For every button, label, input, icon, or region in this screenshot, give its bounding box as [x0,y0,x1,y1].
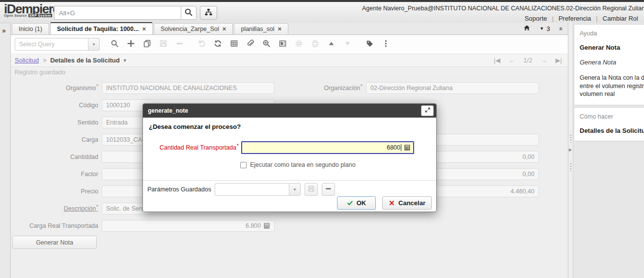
help-panel-description: Genera la Nota con la diferencia entre e… [580,74,644,98]
calculator-icon[interactable] [404,144,411,151]
generate-note-dialog: generate_note ¿Desea comenzar el proceso… [142,103,437,212]
tab-solicitud-de-taquilla[interactable]: Solicitud de Taquilla: 1000... × [50,22,153,34]
change-role-link[interactable]: Cambiar Rol [598,15,643,22]
collapse-tabs-icon[interactable]: « [558,27,565,30]
copy-record-button[interactable] [140,37,154,51]
chevron-down-icon[interactable]: ▼ [123,58,127,63]
select-query-input[interactable]: Select Query [15,38,88,51]
find-record-button[interactable] [108,37,122,51]
saved-parameters-combo: ▼ [215,183,301,196]
delete-parameters-button[interactable] [322,183,335,196]
saved-parameters-dropdown-button[interactable]: ▼ [289,183,301,196]
tab-solvencia-zarpe-sol[interactable]: Solvencia_Zarpe_Sol × [154,23,233,34]
global-search-placeholder: Alt+G [59,9,75,17]
help-panel-title: Generar Nota [580,44,644,51]
logo-tagline-right: ERP System [28,14,52,17]
generar-nota-label: Generar Nota [36,239,73,246]
saved-parameters-input[interactable] [215,183,289,196]
detail-record-button[interactable] [340,37,355,51]
sentido-label: Sentido [15,117,98,128]
new-record-button[interactable] [124,37,138,51]
menu-tree-button[interactable] [200,6,217,20]
parent-record-button[interactable] [324,37,338,51]
process-button[interactable] [292,37,306,51]
chevron-down-icon: ▼ [92,42,96,47]
tab-label: Inicio (1) [19,26,42,32]
saved-parameters-row: Parámetros Guardados ▼ [147,183,335,196]
select-query-dropdown-button[interactable]: ▼ [88,38,100,51]
plus-icon [127,39,135,49]
chevron-down-icon: ▼ [540,26,544,31]
expand-menu-icon[interactable]: » [2,27,10,34]
background-task-checkbox[interactable] [240,162,247,168]
descripcion-label[interactable]: Descripción [15,203,98,215]
organismo-label: Organismo [15,82,98,94]
ok-label: OK [357,199,366,207]
breadcrumb-current[interactable]: Detalles de la Solicitud [50,57,120,64]
tab-inicio[interactable]: Inicio (1) [12,23,49,34]
generar-nota-button[interactable]: Generar Nota [12,236,97,249]
search-button[interactable] [181,6,196,20]
sitemap-icon [204,8,213,18]
previous-record-icon[interactable]: ← [509,57,515,64]
panel-splitter[interactable]: ▶ [568,23,573,278]
last-record-icon[interactable]: ▶| [556,57,562,64]
codigo-label: Código [15,99,98,111]
carga-real-field[interactable]: 6.800 [102,220,275,232]
help-sidebar: Ayuda Generar Nota Genera Nota Genera la… [573,23,644,278]
tab-label: Solicitud de Taquilla: 1000... [57,26,139,32]
report-button[interactable] [276,37,290,51]
attachment-button[interactable] [243,37,257,51]
global-search-input[interactable]: Alt+G [54,6,181,20]
support-link[interactable]: Soporte [520,15,552,22]
organismo-field[interactable]: INSTITUTO NACIONAL DE CANALIZACIONES [102,82,275,94]
close-icon[interactable]: × [142,27,146,31]
dialog-question: ¿Desea comenzar el proceso? [149,123,241,130]
background-task-label: Ejecutar como tarea en segundo plano [250,161,356,168]
dialog-title-bar[interactable]: generate_note [143,104,436,118]
quantity-label: Cantidad Real Transportada [143,141,239,154]
save-button[interactable] [156,37,170,51]
zoom-across-button[interactable] [259,37,274,51]
cantiddad-amount-value: 0,00 [523,154,534,160]
precio-label: Precio [15,185,98,197]
open-windows-dropdown[interactable]: ▼ 3 [540,25,550,32]
first-record-icon[interactable]: |◀ [494,57,500,64]
ok-button[interactable]: OK [337,196,376,210]
status-bar: Registro guardado [11,67,568,77]
grid-icon [230,39,238,49]
idempiere-window: iDempiere Open Source ERP System Alt+G A… [0,0,644,278]
tag-icon [365,39,374,49]
dialog-expand-button[interactable] [421,105,434,116]
undo-button[interactable] [195,37,209,51]
search-icon [111,39,119,49]
more-options-button[interactable] [379,37,393,51]
cancel-button[interactable]: Cancelar [382,196,432,210]
record-position: 1/2 [524,57,532,64]
x-icon [389,200,395,206]
tab-label: Solvencia_Zarpe_Sol [161,26,219,32]
preference-link[interactable]: Preferencia [554,15,596,22]
quantity-value: 6800 [387,144,400,151]
grid-toggle-button[interactable] [227,37,241,51]
print-button[interactable] [308,37,322,51]
calculator-icon[interactable] [263,222,270,229]
close-icon[interactable]: × [223,27,226,31]
delete-record-button[interactable] [172,37,187,51]
expand-icon [424,107,431,115]
tab-planillas-sol[interactable]: planillas_sol × [234,23,288,34]
breadcrumb-parent-link[interactable]: Solicitud [15,57,39,64]
refresh-button[interactable] [211,37,225,51]
next-record-icon[interactable]: → [541,57,547,64]
close-icon[interactable]: × [278,27,282,31]
check-icon [347,200,353,206]
quantity-input[interactable]: 6800 [241,141,414,154]
breadcrumb-separator: > [43,57,46,64]
label-button[interactable] [363,37,377,51]
factor-label: Factor [15,168,98,180]
organizacion-field[interactable]: 02-Dirección Regional Zuliana [366,82,539,94]
save-parameters-button[interactable] [305,183,318,196]
splitter-collapse-icon[interactable]: ▶ [569,148,572,152]
home-icon[interactable] [523,24,531,33]
dialog-title: generate_note [148,107,188,114]
